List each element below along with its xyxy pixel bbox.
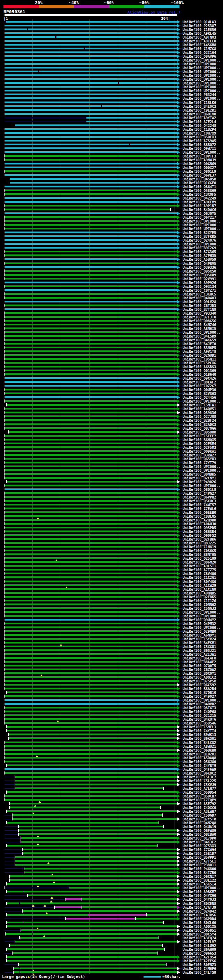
alignment-bar[interactable] — [5, 29, 176, 30]
subject-label[interactable]: UniRef100_B0XL60 — [183, 921, 216, 925]
alignment-bar[interactable] — [5, 504, 176, 506]
alignment-bar[interactable] — [9, 737, 176, 739]
alignment-bar[interactable] — [7, 764, 176, 766]
subject-label[interactable]: UniRef100_A1CW29 — [183, 584, 216, 587]
subject-label[interactable]: UniRef100_Q4YX90 — [183, 894, 216, 897]
alignment-bar[interactable] — [5, 615, 176, 617]
alignment-bar[interactable] — [5, 381, 176, 383]
subject-label[interactable]: UniRef100_Q4UA19 — [183, 825, 216, 829]
subject-label[interactable]: UniRef100_C0PTF3 — [183, 154, 216, 158]
subject-label[interactable]: UniRef100_Q753X3 — [183, 844, 216, 848]
alignment-bar[interactable] — [5, 511, 176, 513]
alignment-bar[interactable] — [5, 205, 176, 207]
subject-label[interactable]: UniRef100_C1C2G1 — [183, 576, 216, 579]
alignment-bar[interactable] — [5, 224, 176, 226]
alignment-bar[interactable] — [5, 749, 176, 751]
subject-label[interactable]: UniRef100_Q4F6W9 — [183, 768, 216, 772]
alignment-bar[interactable] — [14, 967, 176, 969]
subject-label[interactable]: UniRef100_A7TZ75 — [183, 568, 216, 572]
alignment-bar[interactable] — [5, 151, 176, 153]
alignment-bar[interactable] — [5, 102, 176, 103]
subject-label[interactable]: UniRef100_C4M6P6 — [183, 967, 216, 970]
subject-label[interactable]: UniRef100_A6SBS3 — [183, 365, 216, 369]
subject-label[interactable]: UniRef100_UPI000.. — [183, 59, 220, 62]
subject-label[interactable]: UniRef100_Q59S46 — [183, 721, 216, 725]
alignment-bar[interactable] — [5, 627, 176, 628]
alignment-bar[interactable] — [5, 419, 176, 421]
subject-label[interactable]: UniRef100_C1MZG8 — [183, 47, 216, 51]
alignment-bar[interactable] — [5, 212, 176, 214]
subject-label[interactable]: UniRef100_Q8LAF2 — [183, 380, 216, 384]
alignment-bar[interactable] — [5, 389, 176, 390]
alignment-bar[interactable] — [15, 784, 176, 785]
alignment-bar[interactable] — [5, 55, 176, 57]
alignment-bar[interactable] — [5, 243, 176, 245]
alignment-bar[interactable] — [6, 933, 176, 935]
alignment-bar[interactable] — [5, 408, 176, 409]
alignment-bar[interactable] — [5, 163, 176, 164]
subject-label[interactable]: UniRef100_B4DVD2 — [183, 702, 216, 706]
alignment-bar[interactable] — [5, 262, 176, 264]
subject-label[interactable]: UniRef100_Q4PM32 — [183, 622, 216, 626]
subject-label[interactable]: UniRef100_UPI000.. — [183, 611, 220, 614]
alignment-bar[interactable] — [5, 347, 176, 348]
alignment-bar[interactable] — [5, 293, 176, 295]
alignment-bar[interactable] — [7, 692, 176, 693]
alignment-bar[interactable] — [5, 768, 176, 770]
alignment-bar[interactable] — [5, 473, 176, 475]
subject-label[interactable]: UniRef100_B9I2G9 — [183, 246, 216, 250]
subject-label[interactable]: UniRef100_UPI000.. — [183, 220, 220, 223]
subject-label[interactable]: UniRef100_UPI000.. — [183, 70, 220, 74]
subject-label[interactable]: UniRef100_B4IZB0 — [183, 871, 216, 875]
alignment-bar[interactable] — [5, 760, 176, 762]
subject-label[interactable]: UniRef100_A4QV51 — [183, 407, 216, 411]
alignment-bar[interactable] — [5, 216, 176, 218]
alignment-bar[interactable] — [5, 435, 176, 437]
subject-label[interactable]: UniRef100_UPI000.. — [183, 223, 220, 227]
subject-label[interactable]: UniRef100_B6SJ21 — [183, 649, 216, 652]
alignment-bar[interactable] — [5, 335, 176, 337]
subject-label[interactable]: UniRef100_A9BKM7 — [183, 890, 216, 894]
alignment-bar[interactable] — [5, 289, 176, 291]
subject-label[interactable]: UniRef100_A9NWJ9 — [183, 158, 216, 162]
subject-label[interactable]: UniRef100_Q8AVP6 — [183, 54, 216, 59]
alignment-bar[interactable] — [7, 960, 176, 962]
subject-label[interactable]: UniRef100_C4LU92 — [183, 944, 216, 948]
subject-label[interactable]: UniRef100_UPI000.. — [183, 614, 220, 618]
subject-label[interactable]: UniRef100_Q08G56 — [183, 319, 216, 323]
subject-label[interactable]: UniRef100_O65851 — [183, 929, 216, 932]
subject-label[interactable]: UniRef100_Q2FBK5 — [183, 595, 216, 599]
subject-label[interactable]: UniRef100_Q25189 — [183, 557, 216, 560]
alignment-bar[interactable] — [5, 415, 176, 417]
subject-label[interactable]: UniRef100_B4LCS2 — [183, 741, 216, 745]
subject-label[interactable]: UniRef100_O24456 — [183, 396, 216, 399]
alignment-bar[interactable] — [7, 956, 176, 958]
alignment-bar[interactable] — [5, 235, 176, 237]
subject-label[interactable]: UniRef100_P63244 — [183, 93, 216, 97]
subject-label[interactable]: UniRef100_Q2I164 — [183, 51, 216, 54]
subject-label[interactable]: UniRef100_A6N9Y1 — [183, 633, 216, 637]
subject-label[interactable]: UniRef100_Q9U4Y2 — [183, 618, 216, 622]
subject-label[interactable]: UniRef100_Q8J225 — [183, 541, 216, 545]
alignment-bar[interactable] — [5, 707, 176, 708]
alignment-bar[interactable] — [5, 439, 176, 441]
alignment-bar[interactable] — [5, 396, 176, 398]
subject-label[interactable]: UniRef100_O18640 — [183, 373, 216, 377]
alignment-bar[interactable] — [5, 197, 176, 199]
subject-label[interactable]: UniRef100_Q0GN69 — [183, 162, 216, 166]
alignment-bar[interactable] — [5, 67, 176, 68]
alignment-bar[interactable] — [5, 584, 176, 586]
alignment-bar[interactable] — [5, 603, 176, 605]
subject-label[interactable]: UniRef100_Q5DCH7 — [183, 794, 216, 798]
alignment-bar[interactable] — [9, 431, 176, 433]
alignment-bar[interactable] — [5, 350, 176, 352]
subject-label[interactable]: UniRef100_B6KSU1 — [183, 737, 216, 740]
alignment-bar[interactable] — [5, 569, 176, 571]
subject-label[interactable]: UniRef100_B6HQX5 — [183, 438, 216, 442]
alignment-bar[interactable] — [5, 695, 176, 697]
subject-label[interactable]: UniRef100_Q801L8 — [183, 488, 216, 492]
alignment-bar[interactable] — [5, 220, 176, 222]
alignment-bar[interactable] — [20, 937, 159, 939]
subject-label[interactable]: UniRef100_B7G365 — [183, 250, 216, 254]
alignment-bar[interactable] — [15, 856, 176, 858]
